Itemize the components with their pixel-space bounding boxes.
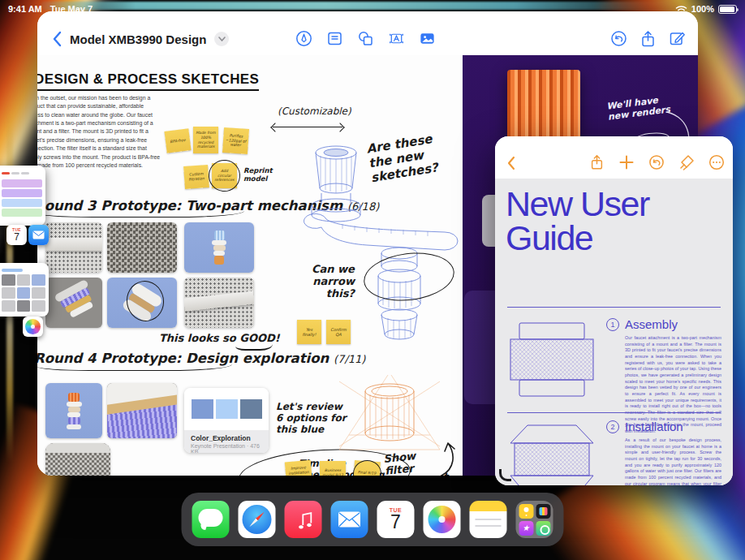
undo-icon[interactable] [610,30,627,47]
dock-app-photos[interactable] [424,501,461,538]
ink-circle-annotation [123,278,167,324]
dock-app-mail[interactable] [331,501,368,538]
recent-app-calendar-thumbnail[interactable] [0,166,45,226]
dock-app-calendar[interactable]: TUE 7 [377,501,415,538]
dock-app-notes[interactable] [470,501,507,538]
sticky-note-icon[interactable] [326,30,343,47]
media-icon[interactable] [419,30,436,47]
markup-pen-icon[interactable] [295,30,312,47]
safari-compass-icon [243,505,272,534]
section-number: 2 [606,420,619,433]
double-arrow [273,127,342,127]
file-meta: Keynote Presentation · 476 KB [191,443,262,453]
sticky-note[interactable]: Yes finally! [297,320,321,344]
canvas-intro-text: From the outset, our mission has been to… [37,94,162,170]
underline-flourish [37,211,244,218]
pages-window: New User Guide 1 Assembly Our faucet att… [495,136,733,485]
section-divider [507,412,721,413]
orange-cylinder-render[interactable] [507,70,580,144]
document-title: New User Guide [506,187,700,255]
freeform-toolbar: Model XMB3990 Design [37,11,698,55]
underline-flourish [37,364,232,371]
battery-icon [718,5,737,14]
prototype-photo[interactable] [184,278,254,328]
sticky-note[interactable]: Made from 100% recycled materials [193,127,218,153]
pages-toolbar [495,136,733,179]
prototype-photo[interactable] [107,383,177,438]
recent-app-photos-thumbnail[interactable] [0,263,49,317]
section-divider [507,307,721,308]
dock-app-music[interactable] [285,501,322,538]
share-icon[interactable] [639,30,657,47]
sticky-note[interactable]: BPA-free [164,128,191,153]
installation-diagram [508,424,596,485]
share-icon[interactable] [588,154,605,170]
prototype-photo[interactable] [107,278,177,328]
dock-app-folder[interactable]: ★ [516,501,553,538]
calendar-day-number: 7 [377,513,415,532]
add-icon[interactable] [618,154,635,170]
photos-flower-icon [428,506,456,533]
title-menu-button[interactable] [214,32,229,46]
sticky-note[interactable]: Custom filtration [183,165,209,189]
back-button[interactable] [52,31,62,47]
battery-percent: 100% [691,4,714,14]
calendar-day-number: 7 [6,232,27,242]
dock-app-safari[interactable] [239,501,276,538]
tips-app-mini-icon [519,504,533,519]
handwritten-can-we: Can we narrow this? [312,263,355,299]
dock: TUE 7 ★ [182,493,564,546]
dark-app-mini-icon [536,504,550,519]
underline-flourish [235,344,273,351]
handwritten-reprint-note: Reprint model [243,166,273,183]
status-date: Tue May 7 [50,4,93,14]
new-board-icon[interactable] [669,30,686,47]
pages-document[interactable]: New User Guide 1 Assembly Our faucet att… [495,179,733,485]
handwritten-new-renders: We'll have new renders [606,93,671,122]
envelope-icon [338,511,361,528]
prototype-photo[interactable] [45,383,102,438]
envelope-icon [32,230,45,239]
board-title[interactable]: Model XMB3990 Design [70,32,206,46]
prototype-photo[interactable] [45,222,102,273]
sticky-note[interactable]: Improve installation 7/22 [285,460,312,476]
section-title: Assembly [625,317,678,331]
teal-app-mini-icon [536,521,550,536]
shapes-icon[interactable] [357,30,374,47]
status-time: 9:41 AM [8,4,42,14]
prototype-photo[interactable] [45,278,102,328]
undo-icon[interactable] [648,154,665,170]
section-number: 1 [606,318,619,331]
sticky-note[interactable]: Confirm QA [326,320,351,344]
section-title: Installation [625,420,683,433]
ipad-screen: 9:41 AM Tue May 7 100% TUE 7 [0,0,745,560]
mail-app-icon[interactable] [28,225,49,245]
wifi-icon [675,5,687,14]
prototype-photo[interactable] [45,443,110,476]
format-brush-icon[interactable] [678,154,695,170]
star-app-mini-icon: ★ [519,521,533,536]
calendar-app-icon[interactable]: TUE 7 [6,225,27,245]
file-name: Color_Exploration [191,434,262,442]
back-button[interactable] [506,156,515,170]
status-bar: 9:41 AM Tue May 7 100% [0,0,745,18]
sticky-note[interactable]: Purifies ~120gal of water [222,127,249,154]
color-swatches [184,388,269,430]
sticky-note[interactable]: Business model 9/12 [320,461,346,476]
texture-photo[interactable] [107,222,177,273]
file-attachment-card[interactable]: Color_Exploration Keynote Presentation ·… [184,388,269,453]
text-box-icon[interactable] [388,30,405,47]
handwritten-looks-good: This looks so GOOD! [159,332,280,344]
handwritten-customizable: (Customizable) [278,106,351,117]
music-note-icon [294,510,313,529]
ink-arrow [437,440,459,476]
section-body: As a result of our bespoke design proces… [625,437,721,485]
photos-app-icon[interactable] [23,317,43,337]
photos-flower-icon [25,319,41,334]
dock-app-messages[interactable] [192,501,230,538]
canvas-heading: DESIGN & PROCESS SKETCHES [37,71,259,91]
prototype-photo[interactable] [184,222,254,273]
more-icon[interactable] [708,154,725,170]
assembly-diagram [508,321,596,399]
